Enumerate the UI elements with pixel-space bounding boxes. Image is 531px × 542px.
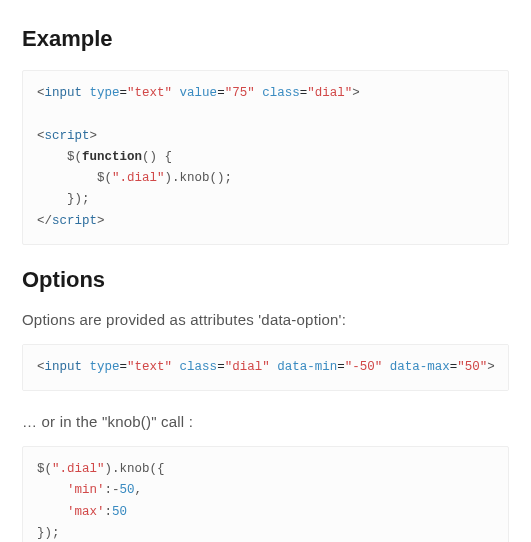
example-heading: Example (22, 26, 509, 52)
options-js-code-block: $(".dial").knob({ 'min':-50, 'max':50 })… (22, 446, 509, 542)
options-intro-text: Options are provided as attributes 'data… (22, 311, 509, 328)
options-heading: Options (22, 267, 509, 293)
example-code-block: <input type="text" value="75" class="dia… (22, 70, 509, 245)
options-attr-code-block: <input type="text" class="dial" data-min… (22, 344, 509, 391)
options-or-text: … or in the "knob()" call : (22, 413, 509, 430)
